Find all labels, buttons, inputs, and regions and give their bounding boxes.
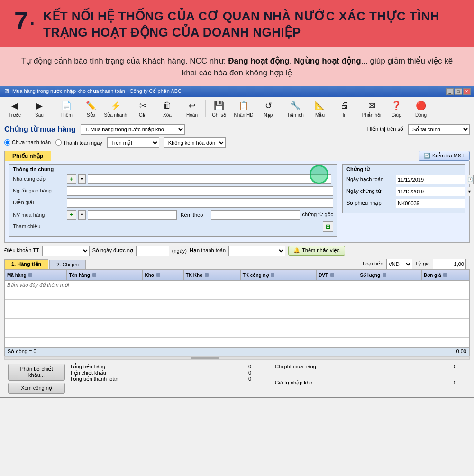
so-phieu-nhap-input[interactable] <box>396 199 465 208</box>
radio-chua-tt[interactable]: Chưa thanh toán <box>4 139 51 146</box>
dieu-khoan-tt-select[interactable] <box>42 246 90 256</box>
nv-add-btn[interactable]: + <box>67 210 76 220</box>
toolbar-phan-hoi[interactable]: ✉ Phản hồi <box>359 98 384 119</box>
cut-icon: ✂ <box>137 100 148 111</box>
minimize-button[interactable]: _ <box>446 88 454 95</box>
col-ma-hang[interactable]: Mã hàng <box>5 270 67 280</box>
chung-tu-goc-label: chứng từ gốc <box>302 211 333 218</box>
header-dot: . <box>30 9 35 29</box>
nha-cung-cap-dropdown[interactable]: ▼ <box>78 174 86 184</box>
loai-tien-select[interactable]: VND <box>386 259 412 269</box>
ngay-chung-tu-dropdown[interactable]: ▼ <box>467 187 472 196</box>
xem-cong-no-button[interactable]: Xem công nợ <box>8 383 65 394</box>
toolbar-in[interactable]: 🖨 In <box>332 98 357 119</box>
phan-bo-chiet-khau-button[interactable]: Phân bổ chiết khấu... <box>8 364 65 381</box>
ty-gia-input[interactable] <box>433 259 466 269</box>
col-kho[interactable]: Kho <box>143 270 183 280</box>
toolbar-truoc[interactable]: ◀ Trước <box>2 98 27 119</box>
tong-tien-hang-row: Tổng tiền hàng 0 <box>70 364 261 370</box>
subtitle-text: Tự động cảnh báo tình trạng của Khách hà… <box>19 55 455 79</box>
tong-tien-tt-row: Tổng tiền thanh toán 0 <box>70 376 261 382</box>
them-nhac-viec-button[interactable]: 🔔 Thêm nhắc việc <box>288 246 345 256</box>
toolbar-xoa[interactable]: 🗑 Xóa <box>155 98 180 119</box>
sub-tabs: 1. Hàng tiền 2. Chi phí <box>4 259 359 269</box>
radio-tt-ngay[interactable]: Thanh toán ngay <box>55 139 102 146</box>
header-number: 7 <box>14 9 28 33</box>
refresh-icon: ↺ <box>263 100 274 111</box>
tab-phieu-nhap[interactable]: Phiếu nhập <box>4 151 51 161</box>
col-dvt[interactable]: ĐVT <box>317 270 358 280</box>
sort-dvt-icon[interactable] <box>330 273 334 277</box>
so-ngay-no-input[interactable] <box>136 246 169 256</box>
col-so-luong[interactable]: Số lượng <box>358 270 421 280</box>
tab-bar: Phiếu nhập <box>4 151 51 161</box>
toolbar-hoan[interactable]: ↩ Hoàn <box>180 98 204 119</box>
sub-tabs-row: 1. Hàng tiền 2. Chi phí Loại tiền VND Tỷ… <box>4 259 470 270</box>
close-button[interactable]: ✕ <box>463 88 471 95</box>
tien-mat-select[interactable]: Tiền mặt <box>107 137 159 148</box>
tong-tien-hang-label: Tổng tiền hàng <box>70 364 105 370</box>
sort-so-luong-icon[interactable] <box>383 273 386 277</box>
nguoi-giao-hang-input[interactable] <box>67 186 333 196</box>
hien-thi-select[interactable]: Sổ tài chính <box>408 124 470 135</box>
sort-tk-kho-icon[interactable] <box>205 273 209 277</box>
col-tk-cong-no[interactable]: TK công nợ <box>240 270 316 280</box>
han-tt-select[interactable] <box>228 246 285 256</box>
col-ten-hang[interactable]: Tên hàng <box>67 270 143 280</box>
tham-chieu-add-area: ⊞ <box>323 221 333 232</box>
toolbar-nhan-hd[interactable]: 📋 Nhân HĐ <box>231 98 256 119</box>
col-tk-kho[interactable]: TK Kho <box>183 270 240 280</box>
tab-hang-tien[interactable]: 1. Hàng tiền <box>4 259 48 269</box>
header-section: 7 . KẾT NỐI HỆ THỐNG CỦA CƠ QUAN NHÀ NƯỚ… <box>0 0 474 47</box>
toolbar-them[interactable]: 📄 Thêm <box>54 98 79 119</box>
chung-tu-select[interactable]: 1. Mua hàng trong nước nhập kho <box>81 124 185 135</box>
nv-mua-hang-input[interactable] <box>88 210 177 220</box>
col-don-gia[interactable]: Đơn giá <box>422 270 469 280</box>
toolbar-nap[interactable]: ↺ Nạp <box>256 98 281 119</box>
horizontal-scrollbar[interactable] <box>4 356 470 360</box>
sort-kho-icon[interactable] <box>156 273 160 277</box>
add-row-cell[interactable]: Bấm vào đây để thêm mới <box>5 280 469 290</box>
chung-tu-panel-title: Chứng từ <box>346 166 461 173</box>
empty-row-6 <box>5 337 469 347</box>
undo-icon: ↩ <box>186 100 198 111</box>
data-table-wrapper: Mã hàng Tên hàng Kho TK Kho <box>4 270 470 348</box>
add-row[interactable]: Bấm vào đây để thêm mới <box>5 280 469 290</box>
toolbar-sua[interactable]: ✏️ Sửa <box>79 98 103 119</box>
kem-theo-input[interactable] <box>211 210 300 220</box>
dien-giai-row: Diễn giải <box>13 198 333 208</box>
tham-chieu-add-btn[interactable]: ⊞ <box>323 221 333 232</box>
sort-ten-hang-icon[interactable] <box>92 273 96 277</box>
nha-cung-cap-label: Nhà cung cấp <box>13 176 65 182</box>
hoa-don-select[interactable]: Không kèm hóa đơn <box>164 137 226 148</box>
toolbar-ghi-so[interactable]: 💾 Ghi số <box>207 98 231 119</box>
toolbar-dong[interactable]: 🔴 Đóng <box>409 98 433 119</box>
header-title: KẾT NỐI HỆ THỐNG CỦA CƠ QUAN NHÀ NƯỚC XÁ… <box>43 9 460 41</box>
dien-giai-input[interactable] <box>67 198 333 208</box>
nha-cung-cap-input[interactable] <box>88 174 331 184</box>
toolbar-tien-ich[interactable]: 🔧 Tiện ích <box>283 98 308 119</box>
hien-thi-label: Hiển thị trên sổ <box>367 126 403 132</box>
bottom-totals: Tổng tiền hàng 0 Tiền chiết khấu 0 Tổng … <box>70 364 466 394</box>
nv-dropdown[interactable]: ▼ <box>78 210 86 220</box>
kiemtra-mst-button[interactable]: 🔄 Kiểm tra MST <box>419 151 470 161</box>
form-left: Thông tin chung Nhà cung cấp + ▼ <box>9 164 337 238</box>
toolbar-sua-nhanh[interactable]: ⚡ Sửa nhanh <box>103 98 128 119</box>
toolbar-cat[interactable]: ✂ Cắt <box>130 98 155 119</box>
window-controls[interactable]: _ □ ✕ <box>446 88 471 95</box>
sort-tk-cong-no-icon[interactable] <box>271 273 274 277</box>
tab-chi-phi[interactable]: 2. Chi phí <box>49 260 86 269</box>
ngay-hach-toan-input[interactable] <box>396 175 465 184</box>
sort-don-gia-icon[interactable] <box>443 273 447 277</box>
maximize-button[interactable]: □ <box>455 88 462 95</box>
toolbar-mau[interactable]: 📐 Mẫu <box>308 98 332 119</box>
ngay-chung-tu-input[interactable] <box>396 187 465 196</box>
subtitle-section: Tự động cảnh báo tình trạng của Khách hà… <box>0 47 474 86</box>
window-title: Mua hàng trong nước nhập kho chưa thanh … <box>12 88 182 94</box>
sort-ma-hang-icon[interactable] <box>28 273 32 277</box>
scroll-thumb[interactable] <box>191 357 219 359</box>
nha-cung-cap-add-btn[interactable]: + <box>67 174 76 184</box>
toolbar-sau[interactable]: ▶ Sau <box>27 98 52 119</box>
ngay-hach-toan-calendar[interactable]: 🕐 <box>467 175 474 184</box>
toolbar-giup[interactable]: ❓ Giúp <box>384 98 409 119</box>
